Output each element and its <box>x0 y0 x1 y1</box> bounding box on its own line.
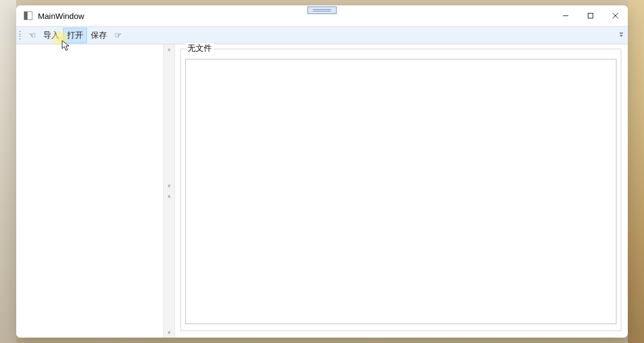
hand-left-icon[interactable]: ☜ <box>25 28 39 43</box>
titlebar[interactable]: MainWindow <box>16 5 628 26</box>
scroll-down-arrow-icon[interactable]: ▼ <box>164 328 175 338</box>
left-panel <box>16 44 163 338</box>
svg-rect-1 <box>588 14 593 18</box>
toolbar: ☜ 导入 打开 保存 ☞ <box>16 26 628 44</box>
minimize-icon <box>563 13 568 18</box>
window-controls <box>553 5 628 26</box>
app-icon <box>24 11 32 20</box>
scroll-down-arrow-icon[interactable]: ▼ <box>164 181 175 191</box>
minimize-button[interactable] <box>553 5 578 26</box>
content-area: ▲ ▼ ▲ ▼ 无文件 <box>16 44 628 338</box>
main-window: MainWindow ☜ 导入 打开 保存 ☞ ▲ <box>16 5 628 338</box>
upper-scrollbar: ▲ ▼ <box>164 44 175 191</box>
scroll-track-lower[interactable] <box>164 201 175 328</box>
desktop-background-left <box>0 0 16 343</box>
maximize-button[interactable] <box>578 5 603 26</box>
lower-scrollbar: ▲ ▼ <box>164 191 175 338</box>
content-box <box>185 59 616 324</box>
hand-right-icon[interactable]: ☞ <box>111 28 125 43</box>
close-button[interactable] <box>603 5 628 26</box>
main-panel: 无文件 <box>175 44 628 338</box>
toolbar-overflow-button[interactable] <box>618 30 625 40</box>
file-groupbox: 无文件 <box>180 49 621 331</box>
scroll-track-upper[interactable] <box>164 54 175 181</box>
titlebar-drag-indicator[interactable] <box>307 6 337 14</box>
scroll-up-arrow-icon[interactable]: ▲ <box>164 191 175 201</box>
maximize-icon <box>588 13 593 18</box>
close-icon <box>613 13 618 18</box>
import-button[interactable]: 导入 <box>39 28 63 43</box>
desktop-background-right <box>628 0 644 343</box>
scroll-up-arrow-icon[interactable]: ▲ <box>164 44 175 54</box>
scroll-column: ▲ ▼ ▲ ▼ <box>163 44 175 338</box>
save-button[interactable]: 保存 <box>87 28 111 43</box>
toolbar-grip[interactable] <box>19 30 22 40</box>
open-button[interactable]: 打开 <box>63 28 87 43</box>
window-title: MainWindow <box>38 11 84 21</box>
groupbox-title: 无文件 <box>185 43 214 54</box>
